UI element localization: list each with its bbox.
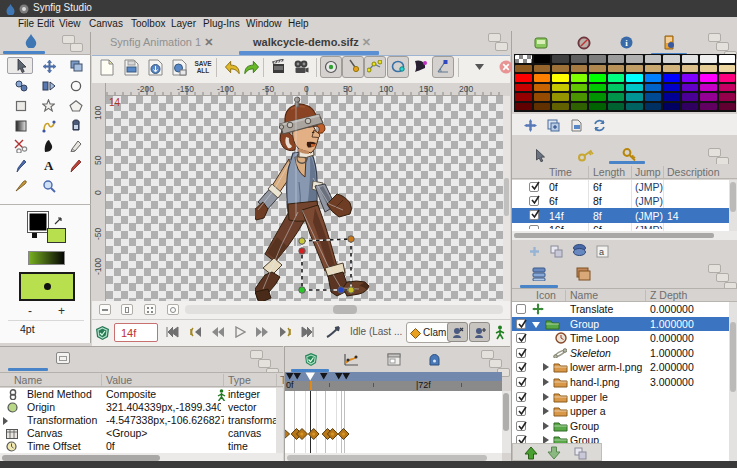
- svg-text:a: a: [599, 247, 604, 257]
